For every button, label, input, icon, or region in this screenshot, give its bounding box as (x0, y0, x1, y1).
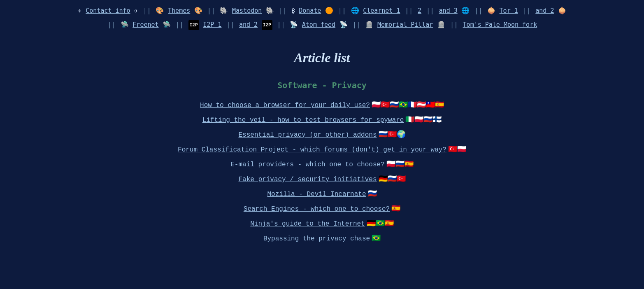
list-item: Fake privacy / security initiatives🇩🇪🇷🇺🇹… (238, 174, 405, 183)
sep7: || (474, 7, 486, 14)
freenet-icon2: 🛸 (163, 21, 171, 28)
sep14: || (450, 21, 462, 28)
donate-icon: ₿ (292, 7, 295, 14)
sep9: || (108, 21, 120, 28)
list-item: Lifting the veil - how to test browsers … (202, 115, 442, 124)
themes-icon: 🎨 (156, 7, 164, 14)
sep6: || (426, 7, 438, 14)
article-list: How to choose a browser for your daily u… (8, 100, 636, 242)
article-flags: 🇹🇷🇵🇱 (448, 145, 466, 154)
sep4: || (338, 7, 350, 14)
article-flags: 🇵🇱🇷🇺🇪🇸 (386, 160, 414, 168)
list-item: Essential privacy (or other) addons🇷🇺🇹🇷🌍 (238, 130, 405, 139)
i2p-icon: I2P (188, 20, 199, 30)
article-link[interactable]: How to choose a browser for your daily u… (200, 102, 370, 109)
article-flags: 🇩🇪🇷🇺🇹🇷 (379, 175, 406, 183)
list-item: Mozilla - Devil Incarnate🇷🇺 (267, 189, 377, 198)
clearnet1-link[interactable]: Clearnet 1 (363, 7, 400, 14)
list-item: Search Engines - which one to choose?🇪🇸 (244, 204, 400, 213)
themes-icon2: 🎨 (194, 7, 202, 14)
sep13: || (352, 21, 364, 28)
themes-link[interactable]: Themes (168, 7, 190, 14)
sep12: || (277, 21, 289, 28)
freenet-link[interactable]: Freenet (133, 21, 158, 28)
clearnet-icon3: 🌐 (461, 7, 470, 14)
article-link[interactable]: Mozilla - Devil Incarnate (267, 191, 366, 198)
article-link[interactable]: Ninja's guide to the Internet (250, 220, 365, 228)
page-title: Article list (8, 50, 636, 65)
article-flags: 🇮🇹🇵🇱🇷🇺🇫🇮 (405, 116, 442, 124)
sep11: || (226, 21, 238, 28)
tor-icon2: 🧅 (558, 7, 566, 14)
memorial-pillar-link[interactable]: Memorial Pillar (377, 21, 433, 28)
donate-link[interactable]: Donate (299, 7, 321, 14)
donate-icon2: 🟠 (325, 7, 333, 14)
sep5: || (405, 7, 417, 14)
article-link[interactable]: Fake privacy / security initiatives (238, 176, 377, 183)
article-flags: 🇧🇷 (372, 234, 381, 242)
clearnet-icon: 🌐 (351, 7, 359, 14)
memorial-icon: 🪦 (365, 21, 373, 28)
article-link[interactable]: Bypassing the privacy chase (263, 235, 370, 242)
article-flags: 🇷🇺 (368, 190, 377, 198)
i2p1-link[interactable]: I2P 1 (203, 21, 221, 28)
article-flags: 🇩🇪🇧🇷🇪🇸 (367, 219, 394, 228)
i2p2-link[interactable]: and 2 (239, 21, 258, 28)
list-item: How to choose a browser for your daily u… (200, 100, 444, 109)
i2p-icon2: I2P (262, 20, 272, 30)
contact-info-icon: ✈️ (78, 7, 82, 14)
nav-row2: || 🛸 Freenet 🛸 || I2P I2P 1 || and 2 I2P… (8, 18, 636, 31)
mastodon-icon2: 🐘 (266, 7, 274, 14)
article-flags: 🇪🇸 (391, 205, 400, 213)
list-item: E-mail providers - which one to choose?🇵… (230, 159, 413, 168)
tor2-link[interactable]: and 2 (535, 7, 554, 14)
sep8: || (523, 7, 535, 14)
navigation-bar: ✈️ Contact info ✈️ || 🎨 Themes 🎨 || 🐘 Ma… (0, 0, 644, 34)
contact-info-link[interactable]: Contact info (86, 7, 130, 14)
freenet-icon: 🛸 (121, 21, 129, 28)
article-link[interactable]: E-mail providers - which one to choose? (230, 161, 384, 168)
list-item: Bypassing the privacy chase🇧🇷 (263, 233, 381, 242)
tor1-link[interactable]: Tor 1 (500, 7, 518, 14)
article-flags: 🇷🇺🇹🇷🌍 (379, 131, 406, 139)
tor-icon: 🧅 (487, 7, 495, 14)
section-title: Software - Privacy (8, 80, 636, 90)
main-content: Article list Software - Privacy How to c… (0, 34, 644, 251)
sep1: || (143, 7, 155, 14)
rss-icon2: 📡 (339, 21, 348, 28)
article-flags: 🇵🇱🇹🇷🇷🇺🇧🇷🇫🇷🇦🇹🇹🇼🇪🇸 (372, 101, 444, 109)
clearnet3-link[interactable]: and 3 (439, 7, 458, 14)
atom-feed-link[interactable]: Atom feed (302, 21, 335, 28)
list-item: Ninja's guide to the Internet🇩🇪🇧🇷🇪🇸 (250, 219, 393, 228)
mastodon-icon: 🐘 (220, 7, 228, 14)
sep3: || (279, 7, 291, 14)
contact-info-icon2: ✈️ (134, 7, 138, 14)
article-link[interactable]: Search Engines - which one to choose? (244, 205, 390, 213)
memorial-icon2: 🪦 (437, 21, 445, 28)
mastodon-link[interactable]: Mastodon (232, 7, 262, 14)
rss-icon: 📡 (290, 21, 298, 28)
article-link[interactable]: Essential privacy (or other) addons (238, 131, 377, 139)
list-item: Forum Classification Project - which for… (178, 144, 466, 154)
sep2: || (207, 7, 219, 14)
nav-row1: ✈️ Contact info ✈️ || 🎨 Themes 🎨 || 🐘 Ma… (8, 4, 636, 17)
article-link[interactable]: Lifting the veil - how to test browsers … (202, 117, 404, 124)
article-link[interactable]: Forum Classification Project - which for… (178, 146, 446, 154)
pale-moon-link[interactable]: Tom's Pale Moon fork (463, 21, 537, 28)
sep10: || (176, 21, 188, 28)
clearnet2-link[interactable]: 2 (418, 7, 421, 14)
